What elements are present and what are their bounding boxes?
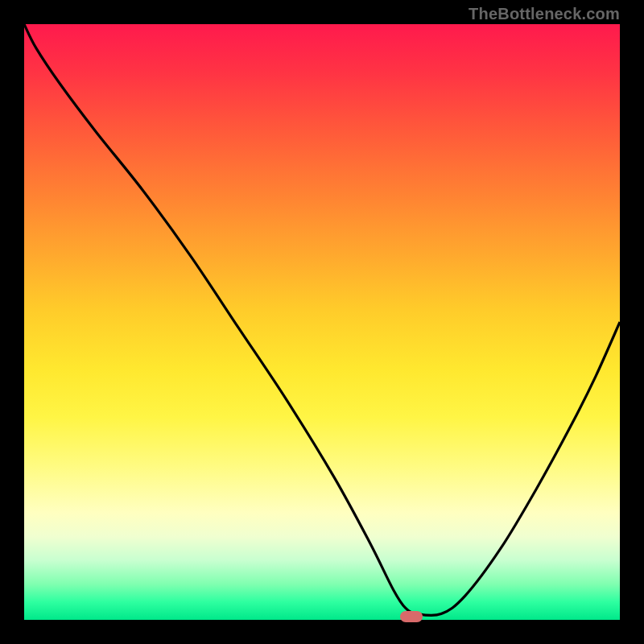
watermark-text: TheBottleneck.com: [469, 5, 620, 23]
gradient-plot-area: [24, 24, 620, 620]
chart-frame: TheBottleneck.com: [0, 0, 644, 644]
